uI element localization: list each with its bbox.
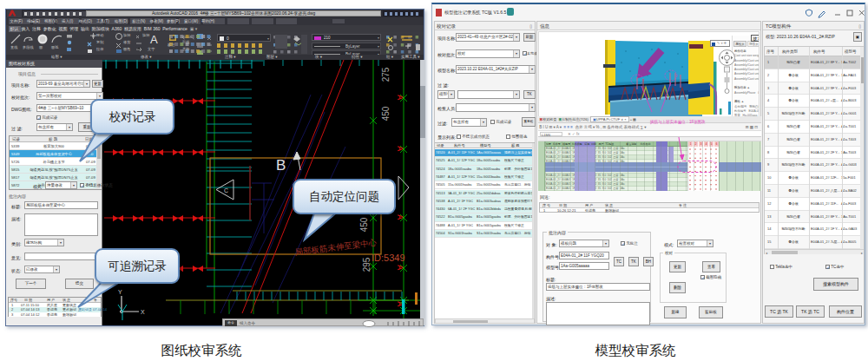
svg-text:295: 295 <box>362 257 372 272</box>
svg-text:A: A <box>396 146 404 152</box>
svg-text:275: 275 <box>381 67 391 82</box>
svg-text:A: A <box>396 265 404 271</box>
svg-text:X: X <box>141 309 145 315</box>
svg-text:ID:5349: ID:5349 <box>372 253 405 263</box>
svg-text:C: C <box>224 187 228 194</box>
svg-text:450: 450 <box>381 106 391 121</box>
svg-text:B: B <box>276 157 286 174</box>
svg-text:Y: Y <box>118 289 122 295</box>
svg-text:450: 450 <box>359 217 369 232</box>
svg-text:A: A <box>396 95 404 101</box>
svg-text:A: A <box>396 214 404 220</box>
